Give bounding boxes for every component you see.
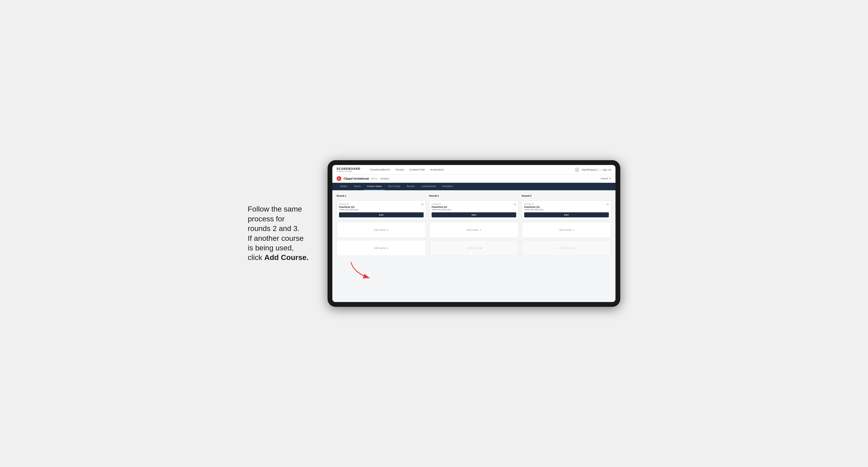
nav-rankings[interactable]: RANKINGS [430,168,444,171]
round-2-course-label: (Course A) [432,203,516,205]
round-3-course-name: Peachtree GC [524,206,609,208]
tab-details[interactable]: Details [337,183,350,190]
round-1-plus-icon-2: + [387,246,389,250]
page-container: Follow the same process for rounds 2 and… [248,160,620,307]
round-2-plus-icon-2: + [479,246,481,250]
round-3-edit-button[interactable]: Edit [524,212,609,217]
round-3-column: Round 3 ⊡ (Course A) Peachtree GC Yellow… [522,194,611,256]
round-2-add-course-1[interactable]: Add Course + [429,222,519,238]
tournament-name: Clippd Invitational [344,177,369,180]
round-2-add-course-2: Add Course + [429,240,519,256]
round-1-add-course-text-1: Add Course + [374,228,389,231]
round-1-course-label: (Course A) [339,203,424,205]
tablet-device: SCOREBOARD Powered by clippd TOURNAMENTS… [328,160,620,307]
cancel-button[interactable]: Cancel ✕ [600,177,611,180]
round-3-course-card: ⊡ (Course A) Peachtree GC Yellow (M) (66… [522,200,611,220]
tournament-info: C Clippd Invitational (Men) Hosting [337,176,390,181]
round-3-course-label: (Course A) [524,203,609,205]
round-1-title: Round 1 [337,194,426,197]
top-nav: SCOREBOARD Powered by clippd TOURNAMENTS… [332,165,616,175]
nav-teams[interactable]: TEAMS [395,168,404,171]
round-2-course-name: Peachtree GC [432,206,516,208]
powered-by: Powered by clippd [337,170,360,172]
round-2-add-course-text-2: Add Course + [466,246,481,250]
round-1-edit-button[interactable]: Edit [339,212,424,217]
round-1-add-course-text-2: Add Course + [374,246,389,250]
round-2-course-tee: Yellow (M) (6629 yds) [432,208,516,211]
tab-results[interactable]: Results [404,183,418,190]
clippd-icon: C [337,176,341,181]
round-2-edit-button[interactable]: Edit [432,212,516,217]
sub-header: C Clippd Invitational (Men) Hosting Canc… [332,175,616,183]
rounds-grid: Round 1 ⊡ (Course A) Peachtree GC Yellow… [337,194,611,256]
nav-divider: | [600,168,600,171]
tablet-screen: SCOREBOARD Powered by clippd TOURNAMENTS… [332,165,616,302]
nav-right: blair@clippd.io | Sign out [575,167,611,172]
round-2-plus-icon-1: + [479,228,481,231]
round-1-plus-icon-1: + [387,228,389,231]
round-3-add-course-text-2: Add Course + [559,246,574,250]
round-2-title: Round 2 [429,194,519,197]
round-3-plus-icon-1: + [572,228,574,231]
round-2-delete-icon[interactable]: ⊡ [513,202,517,206]
round-1-course-card: ⊡ (Course A) Peachtree GC Yellow (M) (66… [337,200,426,220]
round-2-course-card: ⊡ (Course A) Peachtree GC Yellow (M) (66… [429,200,519,220]
tab-tee-groups[interactable]: Tee Groups [385,183,404,190]
round-1-add-course-2[interactable]: Add Course + [337,240,426,256]
tab-course-setup[interactable]: Course Setup [364,183,385,190]
main-content: Round 1 ⊡ (Course A) Peachtree GC Yellow… [332,190,616,302]
round-1-column: Round 1 ⊡ (Course A) Peachtree GC Yellow… [337,194,426,256]
sign-out-link[interactable]: Sign out [602,168,611,171]
round-2-add-course-text-1: Add Course + [466,228,481,231]
nav-tournaments[interactable]: TOURNAMENTS [370,168,390,171]
tabs-bar: Details Teams Course Setup Tee Groups Re… [332,183,616,190]
tab-leaderboards[interactable]: Leaderboards [418,183,439,190]
round-3-delete-icon[interactable]: ⊡ [606,202,609,206]
nav-links: TOURNAMENTS TEAMS COMMITTEE RANKINGS [370,168,444,171]
hosting-badge: Hosting [379,177,390,180]
instruction-text: Follow the same process for rounds 2 and… [248,205,328,262]
logo-text: SCOREBOARD [337,167,360,170]
round-3-add-course-text-1: Add Course + [559,228,574,231]
round-1-add-course-1[interactable]: Add Course + [337,222,426,238]
scoreboard-logo: SCOREBOARD Powered by clippd [337,167,360,172]
bold-text: Add Course. [264,253,308,261]
round-1-course-tee: Yellow (M) (6629 yds) [339,208,424,211]
round-3-add-course-2: Add Course + [522,240,611,256]
round-1-delete-icon[interactable]: ⊡ [421,202,424,206]
round-3-title: Round 3 [522,194,611,197]
nav-committee[interactable]: COMMITTEE [409,168,425,171]
user-avatar [575,167,580,172]
tab-teams[interactable]: Teams [350,183,364,190]
user-email: blair@clippd.io [582,168,597,171]
round-3-course-tee: Yellow (M) (6629 yds) [524,208,609,211]
round-2-column: Round 2 ⊡ (Course A) Peachtree GC Yellow… [429,194,519,256]
tournament-type: (Men) [371,177,377,180]
round-3-add-course-1[interactable]: Add Course + [522,222,611,238]
round-3-plus-icon-2: + [572,246,574,250]
tab-printables[interactable]: Printables [439,183,456,190]
round-1-course-name: Peachtree GC [339,206,424,208]
